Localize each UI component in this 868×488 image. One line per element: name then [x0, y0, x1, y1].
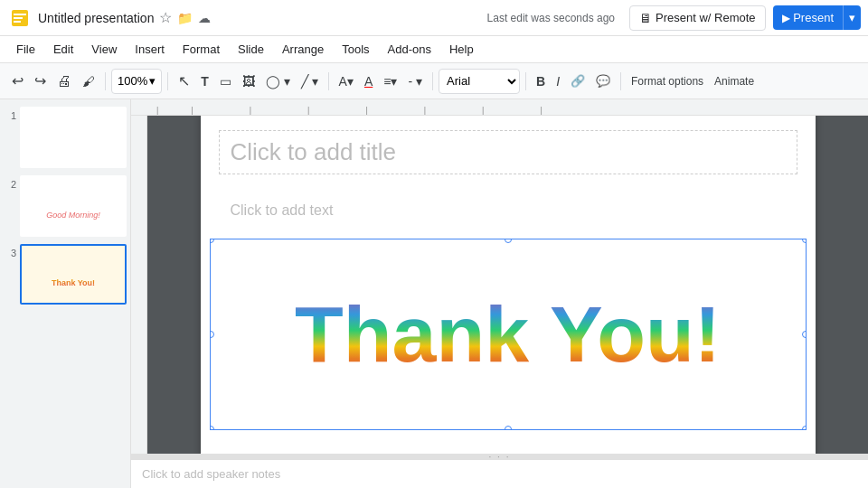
- toolbar-separator-2: [167, 72, 168, 90]
- menu-arrange[interactable]: Arrange: [273, 39, 333, 60]
- title-name: Untitled presentation ☆ 📁 ☁: [38, 9, 487, 26]
- toolbar-separator-6: [620, 72, 621, 90]
- thank-you-text: Thank You!: [295, 295, 721, 374]
- animate-button[interactable]: Animate: [710, 71, 759, 91]
- zoom-level: 100%: [118, 74, 147, 88]
- link-button[interactable]: 🔗: [566, 70, 590, 91]
- toolbar-separator-4: [432, 72, 433, 90]
- slide-1-thumbnail[interactable]: [20, 107, 127, 168]
- border-weight-button[interactable]: ≡▾: [379, 70, 401, 92]
- title-section: Untitled presentation ☆ 📁 ☁: [38, 9, 487, 26]
- slide-3-thumbnail[interactable]: Thank You!: [20, 244, 127, 305]
- presentation-title[interactable]: Untitled presentation: [38, 11, 154, 25]
- toolbar-separator-5: [525, 72, 526, 90]
- zoom-dropdown-icon: ▾: [149, 74, 156, 88]
- slide-2-thumbnail[interactable]: Good Morning!: [20, 175, 127, 237]
- line-button[interactable]: ╱ ▾: [297, 70, 323, 92]
- toolbar-separator-1: [105, 72, 106, 90]
- comment-button[interactable]: 💬: [591, 70, 615, 91]
- menu-help[interactable]: Help: [440, 39, 483, 60]
- slide-3-content: Thank You!: [22, 246, 125, 304]
- menu-tools[interactable]: Tools: [333, 39, 378, 60]
- slide-2-number: 2: [4, 179, 16, 237]
- menu-addons[interactable]: Add-ons: [379, 39, 440, 60]
- ruler-container: Click to add title Click to add text: [131, 116, 868, 454]
- slide-2-content: Good Morning!: [22, 177, 125, 235]
- slide-text-placeholder[interactable]: Click to add text: [219, 198, 797, 223]
- speaker-notes[interactable]: Click to add speaker notes: [131, 459, 868, 488]
- handle-mid-left[interactable]: [210, 331, 214, 338]
- menu-format[interactable]: Format: [174, 39, 229, 60]
- cloud-icon[interactable]: ☁: [198, 11, 211, 25]
- menu-slide[interactable]: Slide: [229, 39, 273, 60]
- folder-icon[interactable]: 📁: [177, 11, 193, 25]
- shape-button[interactable]: ▭: [215, 70, 236, 92]
- font-select[interactable]: Arial: [439, 69, 520, 94]
- handle-mid-right[interactable]: [802, 331, 807, 338]
- handle-top-left[interactable]: [210, 239, 214, 243]
- svg-rect-2: [14, 17, 23, 19]
- image-button[interactable]: 🖼: [238, 70, 259, 92]
- toolbar-separator-3: [328, 72, 329, 90]
- bold-button[interactable]: B: [532, 71, 550, 91]
- slide-1-container: 1: [4, 107, 127, 168]
- redo-button[interactable]: ↪: [30, 69, 51, 93]
- zoom-button[interactable]: 100% ▾: [111, 69, 162, 94]
- cursor-button[interactable]: ↖: [174, 69, 194, 93]
- svg-rect-1: [14, 14, 26, 15]
- svg-rect-3: [14, 21, 21, 23]
- present-with-remote-button[interactable]: 🖥 Present w/ Remote: [629, 5, 766, 31]
- canvas-area: | | | | | | | | Click to add title Click…: [131, 99, 868, 488]
- present-split: ▶ Present ▾: [773, 5, 861, 30]
- slide-canvas: Click to add title Click to add text: [201, 116, 816, 454]
- slide-canvas-wrap[interactable]: Click to add title Click to add text: [147, 116, 868, 454]
- print-button[interactable]: 🖨: [52, 70, 76, 93]
- slide-3-number: 3: [4, 248, 16, 305]
- ruler-left: [131, 116, 147, 454]
- slide-1-content: [22, 108, 125, 166]
- format-options-button[interactable]: Format options: [627, 71, 708, 91]
- shapes-dropdown-button[interactable]: ◯ ▾: [261, 70, 295, 92]
- menu-edit[interactable]: Edit: [44, 39, 82, 60]
- play-icon: ▶: [782, 12, 790, 24]
- handle-top-mid[interactable]: [505, 239, 512, 243]
- italic-button[interactable]: I: [552, 71, 564, 91]
- slide-2-container: 2 Good Morning!: [4, 175, 127, 237]
- app-icon: [7, 5, 33, 31]
- slide-3-container: 3 Thank You!: [4, 244, 127, 305]
- menu-file[interactable]: File: [7, 39, 44, 60]
- main-area: 1 2 Good Morning! 3: [0, 99, 868, 488]
- thank-you-textbox[interactable]: Thank You!: [210, 239, 807, 430]
- fill-color-button[interactable]: A▾: [335, 70, 358, 92]
- handle-bottom-mid[interactable]: [505, 426, 512, 430]
- menu-insert[interactable]: Insert: [126, 39, 174, 60]
- present-dropdown-button[interactable]: ▾: [843, 5, 861, 30]
- undo-button[interactable]: ↩: [7, 69, 28, 93]
- handle-bottom-left[interactable]: [210, 426, 214, 430]
- last-edit-label: Last edit was seconds ago: [487, 12, 615, 24]
- paint-format-button[interactable]: 🖌: [78, 70, 99, 92]
- slide-1-number: 1: [4, 110, 16, 168]
- handle-bottom-right[interactable]: [802, 426, 807, 430]
- slide-panel: 1 2 Good Morning! 3: [0, 99, 131, 488]
- text-tool-button[interactable]: T: [196, 70, 213, 92]
- menu-bar: File Edit View Insert Format Slide Arran…: [0, 36, 868, 63]
- slide-title-placeholder[interactable]: Click to add title: [219, 130, 797, 174]
- border-color-button[interactable]: A: [360, 70, 377, 92]
- monitor-icon: 🖥: [639, 11, 652, 25]
- menu-view[interactable]: View: [82, 39, 126, 60]
- star-icon[interactable]: ☆: [159, 9, 172, 26]
- present-button[interactable]: ▶ Present: [773, 5, 843, 30]
- title-bar: Untitled presentation ☆ 📁 ☁ Last edit wa…: [0, 0, 868, 36]
- handle-top-right[interactable]: [802, 239, 807, 243]
- border-dash-button[interactable]: - ▾: [403, 70, 427, 92]
- ruler-top: | | | | | | | |: [131, 99, 868, 116]
- toolbar: ↩ ↪ 🖨 🖌 100% ▾ ↖ T ▭ 🖼 ◯ ▾ ╱ ▾ A▾ A ≡▾ -…: [0, 63, 868, 99]
